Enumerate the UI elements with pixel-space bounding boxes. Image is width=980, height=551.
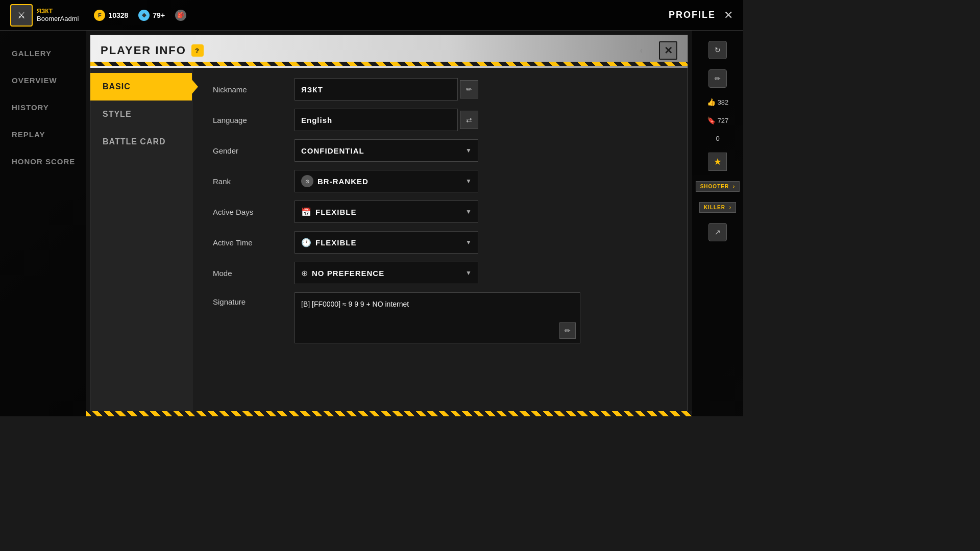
signature-edit-button[interactable]: ✏ [559,322,576,339]
profile-label: PROFILE [669,10,716,20]
refresh-button[interactable]: ↻ [708,41,727,59]
active-time-value: FLEXIBLE [315,238,357,247]
language-swap-button[interactable]: ⇄ [460,111,478,129]
gender-value: CONFIDENTIAL [301,146,364,155]
mode-dropdown-arrow: ▼ [465,269,472,277]
rank-row: Rank ⊙ BR-RANKED ▼ [213,170,667,192]
nickname-field[interactable]: ЯЗКТ [295,78,458,101]
mode-field[interactable]: ⊕ NO PREFERENCE ▼ [295,262,478,284]
rank-dropdown-arrow: ▼ [465,178,472,185]
player-name-block: ЯЗКТ BoomerAadmi [37,8,79,22]
currency-block: F 10328 ◆ 79+ 🎒 [94,10,186,21]
top-bar: ⚔ ЯЗКТ BoomerAadmi F 10328 ◆ 79+ 🎒 PROFI… [0,0,743,31]
gender-row: Gender CONFIDENTIAL ▼ [213,139,667,162]
likes-stat: 👍 382 [707,98,729,106]
tab-list: BASIC STYLE BATTLE CARD [90,68,192,412]
active-days-dropdown-arrow: ▼ [465,208,472,215]
bottom-stripe [86,411,692,416]
mode-row: Mode ⊕ NO PREFERENCE ▼ [213,262,667,284]
saved-stat: 🔖 727 [707,116,729,124]
help-button[interactable]: ? [191,44,204,57]
shooter-badge[interactable]: SHOOTER › [696,181,740,192]
share-button[interactable]: ↗ [708,223,727,241]
language-value: English [301,116,332,124]
avatar: ⚔ [10,4,33,27]
mode-label: Mode [213,269,295,278]
tab-style[interactable]: STYLE [90,101,192,128]
active-days-label: Active Days [213,208,295,216]
active-time-row: Active Time 🕐 FLEXIBLE ▼ [213,231,667,254]
signature-box[interactable]: [B] [FF0000] ≈ 9 9 9 + NO internet ✏ [295,292,580,343]
saved-icon: 🔖 [707,116,716,124]
mode-value: NO PREFERENCE [312,269,384,278]
nickname-value: ЯЗКТ [301,85,323,94]
active-days-field[interactable]: 📅 FLEXIBLE ▼ [295,201,478,223]
language-label: Language [213,116,295,124]
misc-currency: 🎒 [175,10,186,21]
mode-inner: ⊕ NO PREFERENCE [301,268,384,278]
diamond-icon: ◆ [138,10,150,21]
rank-label: Rank [213,177,295,186]
top-close-button[interactable]: ✕ [724,9,733,22]
active-time-dropdown-arrow: ▼ [465,239,472,246]
active-days-row: Active Days 📅 FLEXIBLE ▼ [213,201,667,223]
gender-dropdown-arrow: ▼ [465,147,472,154]
active-time-inner: 🕐 FLEXIBLE [301,238,357,247]
dialog-title: PLAYER INFO ? [101,44,204,57]
main-panel: PLAYER INFO ? ‹ ✕ BASIC STYLE [86,31,692,416]
tab-basic[interactable]: BASIC [90,73,192,101]
shooter-arrow: › [733,184,735,189]
dialog-close-button[interactable]: ✕ [659,41,677,60]
diamond-amount: 79+ [153,11,165,19]
misc-icon: 🎒 [175,10,186,21]
rank-icon: ⊙ [301,175,313,187]
dialog-header: PLAYER INFO ? ‹ ✕ [90,35,688,68]
edit-icon: ✏ [466,85,472,93]
killer-badge[interactable]: KILLER › [699,202,736,213]
likes-count: 382 [718,98,729,106]
edit-button[interactable]: ✏ [708,69,727,88]
dialog-body: BASIC STYLE BATTLE CARD Nickname ЯЗКТ [90,68,688,412]
rank-field-inner: ⊙ BR-RANKED [301,175,369,187]
player-info-dialog: PLAYER INFO ? ‹ ✕ BASIC STYLE [90,35,688,412]
active-days-inner: 📅 FLEXIBLE [301,207,357,217]
sidebar-item-gallery[interactable]: GALLERY [0,41,86,66]
rank-field[interactable]: ⊙ BR-RANKED ▼ [295,170,478,192]
gender-label: Gender [213,146,295,155]
swap-icon: ⇄ [466,116,472,124]
sidebar-item-replay[interactable]: REPLAY [0,122,86,147]
signature-label: Signature [213,292,295,306]
tab-battle-card[interactable]: BATTLE CARD [90,128,192,156]
sidebar-item-overview[interactable]: OVERVIEW [0,68,86,93]
active-time-field[interactable]: 🕐 FLEXIBLE ▼ [295,231,478,254]
nickname-label: Nickname [213,85,295,94]
language-field[interactable]: English [295,109,458,131]
signature-row: Signature [B] [FF0000] ≈ 9 9 9 + NO inte… [213,292,667,343]
signature-text: [B] [FF0000] ≈ 9 9 9 + NO internet [301,300,409,308]
top-right: PROFILE ✕ [669,9,733,22]
dialog-title-text: PLAYER INFO [101,44,186,57]
left-sidebar: GALLERY OVERVIEW HISTORY REPLAY HONOR SC… [0,31,86,416]
active-days-value: FLEXIBLE [315,208,357,216]
nickname-row: Nickname ЯЗКТ ✏ [213,78,667,101]
mode-icon: ⊕ [301,268,308,278]
star-icon: ★ [708,153,727,171]
language-row: Language English ⇄ [213,109,667,131]
diamond-currency: ◆ 79+ [138,10,165,21]
nickname-edit-button[interactable]: ✏ [460,80,478,98]
misc-stat: 0 [716,135,719,142]
active-time-label: Active Time [213,238,295,247]
gender-field[interactable]: CONFIDENTIAL ▼ [295,139,478,162]
sidebar-item-history[interactable]: HISTORY [0,95,86,120]
likes-icon: 👍 [707,98,716,106]
gold-currency: F 10328 [94,10,128,21]
content-area: Nickname ЯЗКТ ✏ Language English ⇄ [192,68,688,412]
calendar-icon: 📅 [301,207,311,217]
saved-count: 727 [718,117,729,124]
sidebar-item-honor-score[interactable]: HONOR SCORE [0,149,86,174]
rank-value: BR-RANKED [317,177,369,186]
sig-edit-icon: ✏ [565,327,571,335]
header-arrows: ‹ [640,46,643,55]
misc-count: 0 [716,135,719,142]
player-username: BoomerAadmi [37,15,79,22]
